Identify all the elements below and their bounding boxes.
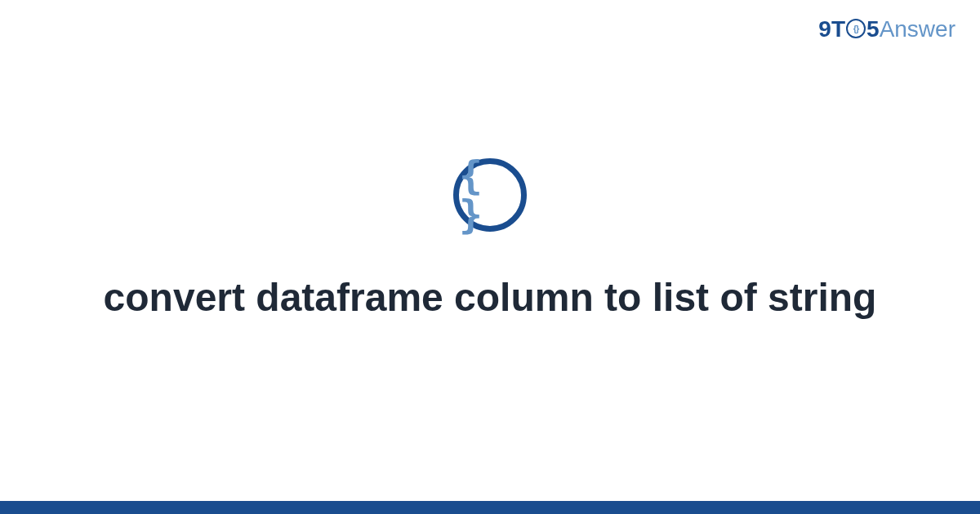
logo-text-answer: Answer	[880, 16, 956, 42]
code-braces-icon: { }	[453, 158, 527, 232]
braces-glyph: { }	[459, 156, 521, 234]
logo-circle-icon: {}	[846, 19, 866, 38]
logo-text-9t: 9T	[818, 16, 845, 42]
logo-text-5: 5	[866, 16, 880, 42]
page-title: convert dataframe column to list of stri…	[104, 273, 877, 323]
logo-braces-small: {}	[853, 24, 859, 33]
site-logo: 9T {} 5 Answer	[818, 16, 956, 42]
main-content: { } convert dataframe column to list of …	[0, 0, 980, 514]
bottom-accent-bar	[0, 501, 980, 514]
